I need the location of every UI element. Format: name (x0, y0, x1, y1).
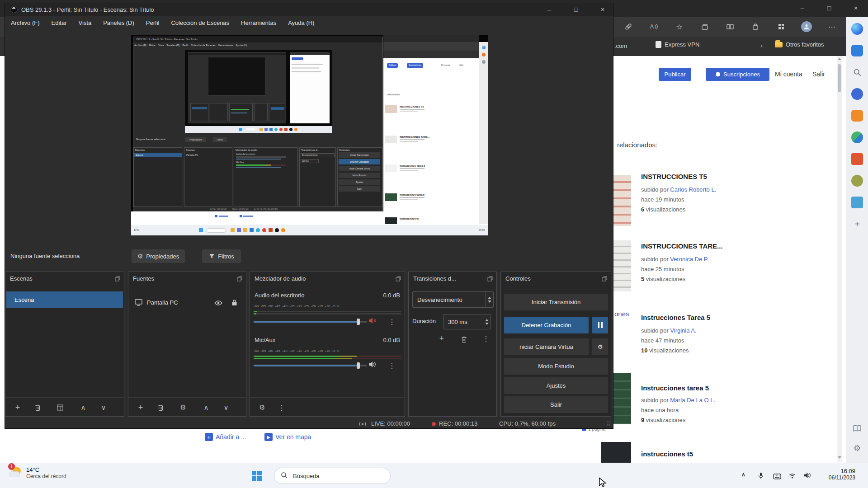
move-source-up-button[interactable]: ∧ (201, 402, 212, 413)
add-source-button[interactable]: + (135, 402, 146, 413)
volume-slider-handle[interactable] (357, 319, 360, 325)
publicar-button[interactable]: Publicar (659, 68, 691, 81)
link-icon[interactable] (623, 21, 634, 32)
menu-herramientas[interactable]: Herramientas (235, 16, 282, 30)
popout-icon[interactable] (237, 276, 242, 282)
spinbox-arrows[interactable] (483, 314, 491, 329)
video-title[interactable]: INSTRUCCIONES TARE... (641, 242, 723, 250)
favorites-other-folder[interactable]: Otros favoritos (775, 41, 824, 48)
move-scene-down-button[interactable]: ∨ (98, 402, 109, 413)
add-scene-button[interactable]: + (12, 402, 23, 413)
suscripciones-button[interactable]: Suscripciones (706, 68, 769, 81)
popout-icon[interactable] (396, 276, 401, 282)
virtual-camera-button[interactable]: niciar Cámara Virtua (504, 338, 589, 355)
controls-panel-title[interactable]: Controles (501, 272, 611, 286)
mi-cuenta-link[interactable]: Mi cuenta (775, 70, 802, 78)
copilot-icon[interactable] (851, 23, 863, 35)
transitions-panel-title[interactable]: Transiciones d... (409, 272, 496, 286)
sidebar-settings-icon[interactable]: ⚙ (851, 442, 863, 454)
scene-item-escena[interactable]: Escena (6, 291, 123, 308)
source-properties-button[interactable]: ⚙ (178, 402, 189, 413)
microphone-icon[interactable] (758, 472, 764, 481)
properties-button[interactable]: ⚙ Propiedades (132, 249, 185, 263)
shopping-bag-icon[interactable] (851, 110, 863, 122)
edge-minimize-button[interactable]: – (792, 1, 813, 15)
scrollbar-thumb[interactable] (838, 64, 841, 92)
add-transition-button[interactable]: + (436, 332, 448, 345)
scenes-panel-title[interactable]: Escenas (5, 272, 124, 286)
favorite-label-fragment[interactable]: .com (614, 42, 627, 49)
menu-perfil[interactable]: Perfil (140, 16, 165, 30)
move-source-down-button[interactable]: ∨ (221, 402, 231, 413)
page-scrollbar[interactable] (837, 56, 842, 462)
mixer-options-button[interactable]: ⋮ (387, 316, 397, 327)
office-icon[interactable] (851, 153, 863, 165)
menu-ayuda[interactable]: Ayuda (H) (282, 16, 320, 30)
read-aloud-icon[interactable]: A (648, 21, 659, 32)
edge-close-button[interactable]: × (845, 1, 866, 15)
menu-paneles[interactable]: Paneles (D) (97, 16, 140, 30)
virtual-camera-settings-button[interactable]: ⚙ (592, 338, 608, 355)
start-streaming-button[interactable]: Iniciar Transmisión (504, 294, 608, 310)
visibility-eye-icon[interactable] (214, 300, 222, 308)
menu-coleccion[interactable]: Colección de Escenas (165, 16, 235, 30)
stop-recording-button[interactable]: Detener Grabación (504, 317, 589, 333)
remove-transition-button[interactable] (458, 333, 470, 346)
video-author[interactable]: Virginia A. (670, 327, 696, 334)
obs-minimize-button[interactable]: – (539, 2, 560, 17)
remove-scene-button[interactable] (32, 402, 43, 413)
weather-widget[interactable]: 1 14°C Cerca del récord (9, 466, 66, 479)
volume-slider-handle[interactable] (357, 362, 360, 369)
video-author[interactable]: María De La O L. (670, 397, 715, 404)
source-item-pantalla-pc[interactable]: Pantalla PC (129, 294, 246, 311)
app-icon[interactable] (851, 175, 863, 187)
settings-button[interactable]: Ajustes (504, 377, 608, 394)
taskbar-clock[interactable]: 16:09 06/11/2023 (829, 468, 855, 481)
mixer-menu-button[interactable]: ⋮ (276, 402, 287, 413)
ver-en-mapa-button[interactable]: ▶ Ver en mapa (264, 433, 311, 441)
file-explorer-icon[interactable] (400, 485, 418, 488)
resize-grip[interactable]: ⣿ (607, 421, 610, 427)
popout-icon[interactable] (602, 276, 607, 282)
video-title[interactable]: Instrucciones Tarea 5 (641, 314, 710, 321)
apps-icon[interactable] (776, 21, 787, 32)
transition-options-button[interactable]: ⋮ (480, 332, 492, 345)
lock-icon[interactable] (231, 299, 237, 308)
favorites-star-icon[interactable]: ☆ (674, 21, 685, 32)
menu-vista[interactable]: Vista (73, 16, 98, 30)
filters-button[interactable]: Filtros (202, 249, 241, 263)
more-options-icon[interactable]: ⋯ (826, 21, 837, 32)
people-icon[interactable] (851, 131, 863, 143)
chat-icon[interactable] (851, 45, 863, 56)
anadir-button[interactable]: + Añadir a ... (205, 433, 246, 441)
advanced-audio-button[interactable]: ⚙ (257, 402, 268, 413)
favorites-overflow-chevron[interactable]: › (760, 42, 763, 49)
start-button[interactable] (248, 467, 266, 485)
transition-select[interactable]: Desvanecimiento (412, 291, 494, 308)
volume-slider[interactable] (254, 319, 367, 325)
exit-button[interactable]: Salir (504, 396, 608, 413)
sources-panel-title[interactable]: Fuentes (128, 272, 246, 286)
video-title[interactable]: Instrucciones tarea 5 (641, 384, 709, 392)
video-author[interactable]: Veronica De P. (670, 256, 708, 263)
popout-icon[interactable] (487, 276, 493, 282)
obs-maximize-button[interactable]: □ (566, 2, 586, 17)
video-title[interactable]: INSTRUCCIONES T5 (641, 173, 707, 180)
profile-icon[interactable] (851, 88, 863, 100)
pause-recording-button[interactable] (592, 317, 608, 333)
volume-slider[interactable] (254, 362, 367, 369)
tray-chevron-icon[interactable]: ∧ (741, 471, 745, 478)
preview-canvas[interactable]: OBS 29.1.3 - Perfil: Sin Título - Escena… (131, 35, 488, 235)
edge-maximize-button[interactable]: □ (819, 1, 840, 15)
mute-button[interactable] (368, 361, 376, 370)
menu-archivo[interactable]: Archivo (F) (5, 16, 46, 30)
obs-close-button[interactable]: × (592, 2, 613, 17)
app-icon-2[interactable] (851, 197, 863, 208)
duration-spinbox[interactable]: 300 ms (443, 314, 491, 329)
collections-icon[interactable] (699, 21, 710, 32)
reading-list-icon[interactable] (851, 422, 863, 434)
mixer-options-button[interactable]: ⋮ (387, 360, 397, 371)
shopping-icon[interactable] (750, 21, 761, 32)
menu-editar[interactable]: Editar (46, 16, 73, 30)
salir-link[interactable]: Salir (812, 70, 825, 78)
